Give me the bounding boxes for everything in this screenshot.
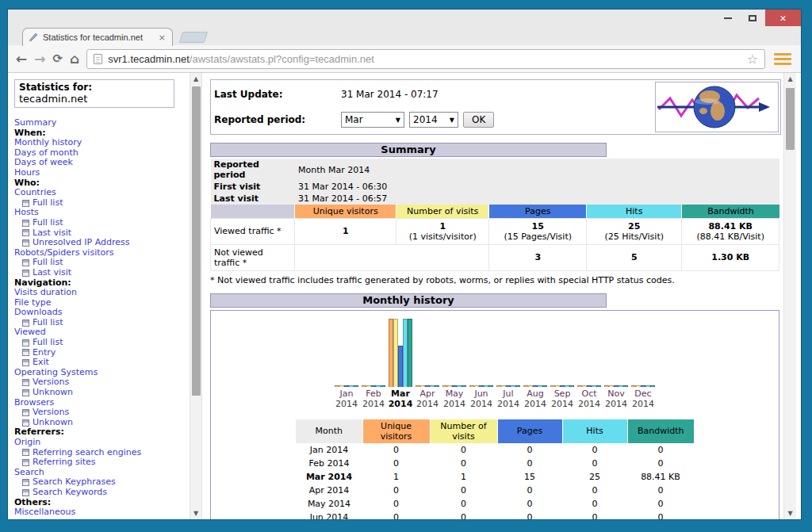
url-bar[interactable]: svr1.tecadmin.net/awstats/awstats.pl?con… (86, 49, 765, 69)
list-icon (22, 409, 29, 416)
sidebar-item-full-list[interactable]: Full list (14, 218, 186, 228)
sidebar-item-full-list[interactable]: Full list (14, 198, 186, 209)
sidebar-item-full-list[interactable]: Full list (14, 338, 186, 348)
scroll-down-icon[interactable]: ▼ (784, 507, 796, 519)
axis-month-label: Oct (581, 388, 596, 399)
sidebar-item-miscellaneous[interactable]: Miscellaneous (14, 507, 186, 518)
sidebar-item-days-of-week[interactable]: Days of week (14, 158, 186, 168)
list-icon (22, 320, 29, 327)
sidebar-scrollbar[interactable]: ▲ ▼ (190, 73, 202, 519)
bar-bandwidth-kb (354, 385, 358, 387)
axis-year-label: 2014 (443, 399, 465, 409)
sidebar-item-label: Monthly history (14, 137, 82, 147)
bar-bandwidth-kb (381, 385, 385, 387)
value-cell: 0 (362, 443, 430, 457)
list-icon (22, 379, 29, 386)
month-select[interactable]: Mar▼ (341, 112, 404, 128)
sidebar-item-label: Summary (14, 117, 56, 128)
sidebar-item-label: Operating Systems (14, 367, 98, 377)
reload-button[interactable]: ⟳ (53, 53, 63, 65)
chart-group-sep-2014: Sep2014 (549, 319, 576, 409)
month-cell: Mar 2014 (296, 470, 362, 484)
main-content: Last Update: 31 Mar 2014 - 07:17 Reporte… (204, 73, 783, 519)
scrollbar-thumb[interactable] (786, 88, 795, 150)
value-cell: 0 (497, 497, 562, 511)
forward-button[interactable]: → (34, 52, 45, 66)
sidebar-item-countries[interactable]: Countries (14, 188, 186, 198)
month-cell: Feb 2014 (296, 457, 362, 470)
viewed-hits: 25 (590, 221, 679, 232)
titlebar: ✕ (8, 10, 801, 26)
list-icon (22, 239, 29, 247)
viewed-pages-ratio: (15 Pages/Visit) (492, 232, 583, 242)
viewed-visits: 1 (400, 221, 485, 232)
new-tab-button[interactable] (179, 32, 209, 43)
close-button[interactable]: ✕ (765, 10, 801, 26)
not-viewed-traffic-label: Not viewed traffic * (211, 244, 295, 270)
value-cell: 0 (430, 511, 497, 520)
scroll-up-icon[interactable]: ▲ (190, 73, 201, 85)
chart-group-jan-2014: Jan2014 (333, 319, 360, 409)
page-icon (94, 54, 102, 64)
tab-close-icon[interactable]: × (157, 33, 167, 43)
month-cell: May 2014 (296, 497, 362, 511)
sidebar-item-label: Versions (33, 408, 69, 418)
sidebar-item-origin[interactable]: Origin (14, 438, 186, 448)
viewed-pages: 15 (492, 221, 583, 232)
browser-tab[interactable]: Statistics for tecadmin.net × (22, 28, 173, 46)
sidebar-item-label: Browsers (14, 397, 54, 408)
home-button[interactable]: ⌂ (70, 52, 79, 66)
url-text[interactable]: svr1.tecadmin.net/awstats/awstats.pl?con… (108, 53, 741, 65)
value-cell: 0 (627, 511, 694, 520)
axis-year-label: 2014 (551, 399, 573, 409)
not-viewed-traffic-row: Not viewed traffic * 3 5 1.30 KB (211, 244, 779, 270)
maximize-button[interactable] (741, 10, 764, 26)
toolbar: ← → ⟳ ⌂ svr1.tecadmin.net/awstats/awstat… (8, 45, 801, 73)
header-number-of-visits: Number of visits (396, 205, 488, 218)
header-unique-visitors: Unique visitors (295, 205, 396, 218)
main-scrollbar[interactable]: ▲ ▼ (783, 73, 796, 519)
minimize-button[interactable] (717, 10, 739, 26)
bar-bandwidth-kb (569, 385, 574, 387)
chart-group-apr-2014: Apr2014 (414, 319, 441, 409)
viewed-traffic-row: Viewed traffic * 1 1(1 visits/visitor) 1… (211, 218, 779, 244)
axis-year-label: 2014 (389, 399, 413, 409)
monthly-header-unique-visitors: Unique visitors (362, 419, 430, 443)
value-cell: 0 (497, 511, 562, 520)
summary-section-title: Summary (210, 143, 607, 157)
bookmark-star-icon[interactable]: ☆ (747, 52, 758, 67)
value-cell: 0 (362, 511, 430, 520)
list-icon (22, 270, 29, 277)
monthly-history-chart: Jan2014Feb2014Mar2014Apr2014May2014Jun20… (211, 319, 779, 409)
not-viewed-pages: 3 (489, 244, 587, 270)
value-cell: 0 (430, 497, 497, 511)
axis-year-label: 2014 (335, 399, 358, 409)
chart-group-mar-2014: Mar2014 (387, 319, 414, 409)
value-cell: 0 (627, 443, 694, 457)
value-cell: 0 (430, 443, 497, 457)
value-cell: 15 (497, 470, 562, 484)
chart-group-nov-2014: Nov2014 (603, 319, 630, 409)
scrollbar-thumb[interactable] (192, 86, 201, 396)
axis-year-label: 2014 (605, 399, 627, 409)
monthly-row-apr-2014: Apr 201400000 (296, 484, 694, 497)
list-icon (22, 419, 29, 427)
axis-month-label: Sep (554, 388, 571, 399)
summary-info-label: Last visit (211, 193, 295, 205)
ok-button[interactable]: OK (463, 112, 494, 128)
sidebar-item-hours[interactable]: Hours (14, 168, 186, 178)
value-cell: 0 (497, 443, 562, 457)
back-button[interactable]: ← (16, 52, 27, 66)
menu-button[interactable] (772, 49, 793, 68)
chart-group-oct-2014: Oct2014 (576, 319, 603, 409)
sidebar-item-versions[interactable]: Versions (14, 408, 186, 418)
reported-period-label: Reported period: (214, 114, 341, 125)
scroll-up-icon[interactable]: ▲ (784, 73, 796, 85)
monthly-header-hits: Hits (562, 419, 627, 443)
sidebar-item-downloads[interactable]: Downloads (14, 308, 186, 318)
list-icon (22, 449, 29, 456)
monthly-row-mar-2014: Mar 201411152588.41 KB (296, 470, 694, 484)
scroll-down-icon[interactable]: ▼ (190, 507, 201, 519)
chart-group-aug-2014: Aug2014 (522, 319, 549, 409)
year-select[interactable]: 2014▼ (409, 112, 458, 128)
